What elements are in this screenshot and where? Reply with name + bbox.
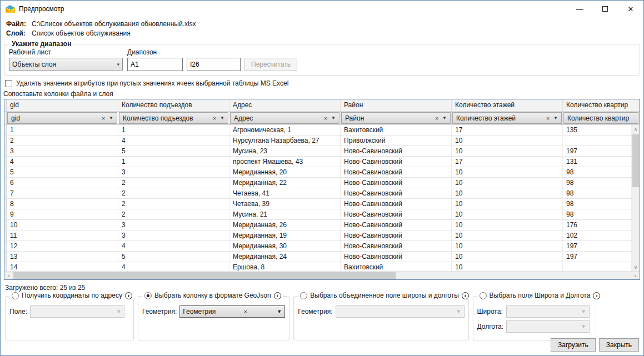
geo-option-radio[interactable]: [12, 292, 19, 299]
app-icon: [6, 5, 15, 13]
minimize-icon: —: [576, 5, 583, 13]
clear-icon[interactable]: ×: [322, 115, 331, 122]
table-row[interactable]: 92Мусина, 21Ново-Савиновский1098: [4, 209, 632, 220]
remove-empty-values-label: Удалять значения атрибутов при пустых зн…: [16, 79, 288, 87]
maximize-button[interactable]: [592, 1, 618, 17]
worksheet-select[interactable]: Объекты слоя ▾: [9, 58, 123, 71]
table-row[interactable]: 62Меридианная, 22Ново-Савиновский1098: [4, 178, 632, 188]
table-row[interactable]: 24Нурсултана Назарбаева, 27Приволжский10: [4, 136, 632, 146]
info-icon[interactable]: i: [462, 292, 469, 299]
minimize-button[interactable]: —: [567, 1, 592, 17]
table-row[interactable]: 72Четаева, 41Ново-Савиновский1098: [4, 188, 632, 199]
geo-field-select[interactable]: ▼: [30, 305, 124, 318]
recalculate-button[interactable]: Пересчитать: [244, 58, 297, 71]
mapping-combo[interactable]: Количество квартир×▼: [563, 112, 638, 124]
geo-field-select[interactable]: ▼: [506, 305, 590, 318]
worksheet-label: Рабочий лист: [9, 48, 123, 56]
table-row[interactable]: 41проспект Ямашева, 43Ново-Савиновский17…: [4, 157, 632, 167]
load-button[interactable]: Загрузить: [551, 338, 596, 352]
table-cell: 10: [452, 136, 563, 146]
geo-option-radio[interactable]: [144, 292, 152, 299]
table-cell: 10: [452, 167, 563, 177]
scroll-left-icon[interactable]: ‹: [4, 272, 13, 279]
mapping-combo[interactable]: Количество этажей×▼: [452, 112, 562, 124]
table-row[interactable]: 53Меридианная, 20Ново-Савиновский1098: [4, 167, 632, 178]
chevron-down-icon[interactable]: ▼: [220, 116, 224, 121]
table-cell: 10: [452, 262, 563, 271]
chevron-down-icon[interactable]: ▼: [109, 116, 113, 121]
table-cell: Ершова, 8: [229, 262, 341, 271]
table-cell: 5: [118, 252, 229, 262]
table-row[interactable]: 135Меридианная, 24Ново-Савиновский10197: [4, 252, 632, 262]
geo-option-label: Выбрать объединенное поле широты и долго…: [310, 292, 459, 299]
info-icon[interactable]: i: [274, 292, 281, 299]
table-cell: Ново-Савиновский: [341, 209, 452, 219]
geo-field-select[interactable]: Геометрия×▼: [179, 305, 285, 318]
table-row[interactable]: 113Меридианная, 19Ново-Савиновский10102: [4, 230, 632, 241]
table-cell: 1: [118, 125, 229, 135]
mapping-combo[interactable]: gid×▼: [7, 112, 117, 124]
table-cell: Вахитовский: [341, 262, 452, 271]
table-cell: 10: [7, 220, 118, 230]
table-row[interactable]: 11Агрономическая, 1Вахитовский17135: [4, 125, 632, 136]
table-cell: Меридианная, 20: [229, 167, 341, 177]
table-cell: 4: [118, 136, 229, 146]
geo-field-select[interactable]: ▼: [336, 305, 465, 318]
chevron-down-icon[interactable]: ▼: [331, 116, 336, 121]
table-cell: 1: [118, 157, 229, 167]
table-row[interactable]: 35Мусина, 23Ново-Савиновский10197: [4, 146, 632, 157]
clear-icon[interactable]: ×: [544, 115, 553, 122]
horizontal-scroll-thumb[interactable]: [13, 272, 396, 279]
close-dialog-button[interactable]: Закрыть: [599, 338, 639, 352]
remove-empty-values-checkbox[interactable]: [5, 80, 12, 87]
clear-icon[interactable]: ×: [211, 115, 220, 122]
preview-window: Предпросмотр — ✕ Файл: C:\Список объекто…: [0, 0, 644, 356]
vertical-scrollbar[interactable]: ∧ ∨: [632, 125, 640, 271]
loaded-status: Загружено всего: 25 из 25: [5, 284, 643, 292]
scroll-up-icon[interactable]: ∧: [632, 125, 640, 133]
horizontal-scrollbar[interactable]: ‹ ›: [4, 271, 640, 279]
close-button[interactable]: ✕: [618, 1, 643, 17]
clear-icon[interactable]: ×: [433, 115, 442, 122]
geo-option-radio[interactable]: [480, 292, 487, 299]
geo-option-label: Получить координаты по адресу: [22, 292, 122, 299]
clear-icon[interactable]: ×: [242, 308, 251, 315]
mapping-cell: Адрес×▼: [229, 112, 341, 124]
mapping-combo[interactable]: Район×▼: [341, 112, 451, 124]
table-cell: Приволжский: [341, 136, 452, 146]
geo-option-radio[interactable]: [300, 292, 307, 299]
table-row[interactable]: 82Четаева, 39Ново-Савиновский1098: [4, 199, 632, 209]
chevron-down-icon[interactable]: ▼: [553, 116, 558, 121]
preview-table: gidКоличество подъездовАдресРайонКоличес…: [4, 99, 640, 280]
vertical-scroll-thumb[interactable]: [632, 134, 639, 187]
table-cell: [563, 262, 632, 271]
scroll-right-icon[interactable]: ›: [631, 272, 640, 279]
table-cell: 9: [7, 209, 118, 219]
info-icon[interactable]: i: [125, 292, 132, 299]
table-row[interactable]: 124Меридианная, 30Ново-Савиновский10197: [4, 241, 632, 252]
table-cell: 197: [563, 252, 632, 262]
table-cell: 2: [118, 178, 229, 188]
geo-field-select[interactable]: ▼: [506, 320, 590, 333]
table-row[interactable]: 144Ершова, 8Вахитовский10: [4, 262, 632, 271]
table-row[interactable]: 103Меридианная, 26Ново-Савиновский10176: [4, 220, 632, 230]
table-cell: 3: [7, 146, 118, 156]
table-cell: 10: [452, 188, 563, 198]
scroll-down-icon[interactable]: ∨: [632, 263, 640, 271]
mapping-combo[interactable]: Адрес×▼: [230, 112, 340, 124]
table-cell: 98: [563, 167, 632, 177]
table-cell: 5: [118, 146, 229, 156]
mapping-combo[interactable]: Количество подъездов×▼: [119, 112, 228, 124]
chevron-down-icon[interactable]: ▼: [442, 116, 447, 121]
chevron-down-icon[interactable]: ▼: [277, 309, 282, 314]
geo-option-group: Получить координаты по адресуiПоле:▼: [5, 296, 134, 340]
table-cell: Нурсултана Назарбаева, 27: [229, 136, 341, 146]
table-cell: 4: [118, 262, 229, 271]
file-columns-row: gidКоличество подъездовАдресРайонКоличес…: [4, 99, 640, 112]
range-to-input[interactable]: [187, 58, 241, 71]
table-cell: Ново-Савиновский: [341, 167, 452, 177]
range-from-input[interactable]: [127, 58, 183, 71]
file-column-header: Количество квартир: [563, 99, 640, 111]
clear-icon[interactable]: ×: [99, 115, 109, 122]
info-icon[interactable]: i: [593, 292, 600, 299]
